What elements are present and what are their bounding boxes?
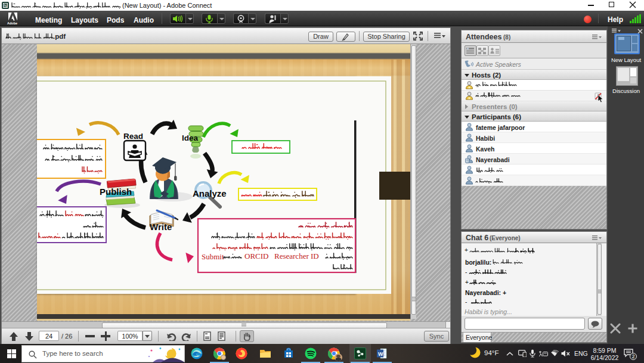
svg-text:ORCID: ORCID <box>244 252 268 260</box>
svg-text:Idea: Idea <box>182 134 199 142</box>
svg-text:Analyze: Analyze <box>193 188 227 198</box>
svg-text:Researcher ID: Researcher ID <box>274 252 319 260</box>
svg-text:Read: Read <box>123 132 143 141</box>
svg-text:Submit: Submit <box>202 252 224 261</box>
svg-text:Write: Write <box>150 222 172 232</box>
svg-text:Publish: Publish <box>100 187 132 197</box>
svg-text:W: W <box>378 351 383 357</box>
